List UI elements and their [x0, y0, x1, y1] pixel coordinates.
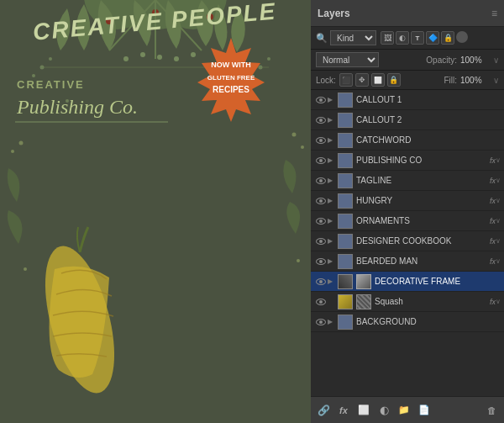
- layer-visibility-toggle[interactable]: [314, 93, 328, 107]
- new-fill-adjustment-button[interactable]: ◐: [376, 403, 391, 418]
- layer-visibility-toggle[interactable]: [314, 295, 328, 309]
- lock-filter-icon[interactable]: 🔒: [441, 31, 454, 45]
- layer-thumbnail: [338, 315, 353, 330]
- layer-expand-arrow[interactable]: ▶: [328, 177, 338, 184]
- layer-visibility-toggle[interactable]: [314, 194, 328, 208]
- blend-opacity-row: Normal Opacity: 100% ∨: [311, 50, 504, 71]
- layer-visibility-toggle[interactable]: [314, 275, 328, 288]
- layer-mask-thumbnail: [356, 294, 371, 309]
- fx-button[interactable]: fx: [336, 403, 351, 418]
- layer-expand-arrow[interactable]: ▶: [328, 278, 338, 285]
- layer-item[interactable]: ▶ ORNAMENTS fx ∨: [311, 211, 504, 231]
- layer-fx-badge: fx: [490, 217, 496, 225]
- layer-fx-badge: fx: [490, 156, 496, 165]
- layer-name: DECORATIVE FRAME: [375, 277, 501, 286]
- layer-item[interactable]: ▶ CALLOUT 1: [311, 90, 504, 110]
- layer-visibility-toggle[interactable]: [314, 235, 328, 248]
- layer-item[interactable]: ▶ CATCHWORD: [311, 130, 504, 151]
- layer-thumbnail: [338, 294, 353, 309]
- layer-expand-arrow[interactable]: ▶: [328, 116, 338, 124]
- layer-name: CATCHWORD: [356, 135, 501, 145]
- svg-point-17: [32, 74, 35, 77]
- layer-name: ORNAMENTS: [356, 216, 488, 225]
- svg-text:GLUTEN FREE: GLUTEN FREE: [207, 74, 255, 82]
- new-group-button[interactable]: 📁: [396, 403, 412, 418]
- layer-item[interactable]: ▶ TAGLINE fx ∨: [311, 171, 504, 191]
- svg-point-7: [174, 56, 179, 61]
- svg-point-38: [297, 259, 300, 262]
- opacity-label: Opacity:: [426, 56, 457, 65]
- layer-thumbnail: [338, 254, 353, 269]
- layer-item-squash[interactable]: ▶ Squash fx ∨: [311, 292, 504, 312]
- svg-point-36: [301, 145, 304, 149]
- panel-title: Layers: [318, 8, 350, 19]
- layer-item[interactable]: ▶ HUNGRY fx ∨: [311, 191, 504, 211]
- svg-point-5: [140, 52, 145, 57]
- layer-thumbnail: [338, 173, 353, 188]
- layer-thumbnail: [338, 193, 353, 209]
- lock-position-btn[interactable]: ✥: [355, 73, 369, 87]
- layer-expand-arrow[interactable]: ▶: [328, 217, 338, 225]
- layer-visibility-toggle[interactable]: [314, 154, 328, 167]
- layer-visibility-toggle[interactable]: [314, 174, 328, 188]
- svg-point-35: [292, 133, 297, 137]
- shape-filter-icon[interactable]: 🔷: [426, 31, 439, 45]
- layer-fx-arrow: ∨: [496, 217, 501, 225]
- panel-menu-button[interactable]: ≡: [491, 8, 497, 19]
- filter-toggle-circle[interactable]: [456, 31, 468, 43]
- layer-visibility-toggle[interactable]: [314, 255, 328, 268]
- delete-layer-button[interactable]: 🗑: [484, 403, 499, 418]
- layer-item[interactable]: ▶ DESIGNER COOKBOOK fx ∨: [311, 231, 504, 251]
- layer-name: HUNGRY: [356, 196, 488, 205]
- kind-filter-dropdown[interactable]: Kind: [330, 30, 376, 45]
- layers-list[interactable]: ▶ CALLOUT 1 ▶ CALLOUT 2 ▶ CATCHWORD: [311, 90, 504, 396]
- svg-text:CREATIVE: CREATIVE: [17, 78, 85, 91]
- layer-item-background[interactable]: ▶ BACKGROUND: [311, 312, 504, 332]
- text-filter-icon[interactable]: T: [411, 31, 424, 45]
- layer-item-decorative-frame[interactable]: ▶ DECORATIVE FRAME: [311, 272, 504, 292]
- layer-expand-arrow[interactable]: ▶: [328, 318, 338, 325]
- blend-mode-dropdown[interactable]: Normal: [316, 52, 379, 67]
- layer-thumbnail: [338, 133, 353, 148]
- layers-bottom-toolbar: 🔗 fx ⬜ ◐ 📁 📄 🗑: [311, 396, 504, 423]
- layer-fx-badge: fx: [490, 257, 496, 266]
- layer-expand-arrow[interactable]: ▶: [328, 257, 338, 265]
- search-icon: 🔍: [316, 33, 328, 44]
- lock-artboard-btn[interactable]: ⬜: [371, 73, 385, 87]
- lock-all-btn[interactable]: 🔒: [387, 73, 401, 87]
- lock-icons: ⬛ ✥ ⬜ 🔒: [339, 73, 401, 87]
- layer-mask-thumbnail: [356, 274, 371, 289]
- image-filter-icon[interactable]: 🖼: [381, 31, 394, 45]
- layer-expand-arrow[interactable]: ▶: [328, 237, 338, 245]
- layer-expand-arrow[interactable]: ▶: [328, 96, 338, 103]
- layer-expand-arrow[interactable]: ▶: [328, 197, 338, 204]
- layer-thumbnail: [338, 93, 353, 108]
- layer-name: BEARDED MAN: [356, 256, 488, 266]
- layer-visibility-toggle[interactable]: [314, 134, 328, 147]
- layer-name: DESIGNER COOKBOOK: [356, 236, 488, 246]
- layers-panel: Layers ≡ 🔍 Kind 🖼 ◐ T 🔷 🔒 Normal Opacity…: [311, 0, 504, 423]
- layer-item[interactable]: ▶ CALLOUT 2: [311, 110, 504, 130]
- svg-rect-0: [0, 0, 311, 423]
- layer-name: Squash: [375, 297, 488, 306]
- layer-visibility-toggle[interactable]: [314, 315, 328, 329]
- svg-point-33: [19, 141, 24, 145]
- layer-item[interactable]: ▶ BEARDED MAN fx ∨: [311, 251, 504, 272]
- layer-visibility-toggle[interactable]: [314, 214, 328, 228]
- fill-value: 100%: [460, 76, 490, 85]
- layer-expand-arrow[interactable]: ▶: [328, 136, 338, 144]
- layer-item[interactable]: ▶ PUBLISHING CO fx ∨: [311, 151, 504, 171]
- layer-fx-arrow: ∨: [496, 298, 501, 305]
- filter-row: 🔍 Kind 🖼 ◐ T 🔷 🔒: [311, 27, 504, 50]
- fill-label: Fill:: [444, 76, 457, 85]
- layer-expand-arrow[interactable]: ▶: [328, 156, 338, 164]
- new-layer-button[interactable]: 📄: [417, 403, 432, 418]
- filter-icons: 🖼 ◐ T 🔷 🔒: [381, 31, 468, 45]
- lock-pixels-btn[interactable]: ⬛: [339, 73, 353, 87]
- link-layers-button[interactable]: 🔗: [316, 403, 331, 418]
- layer-visibility-toggle[interactable]: [314, 114, 328, 127]
- add-mask-button[interactable]: ⬜: [356, 403, 371, 418]
- layer-name: PUBLISHING CO: [356, 156, 488, 165]
- layer-fx-arrow: ∨: [496, 197, 501, 204]
- adjustment-filter-icon[interactable]: ◐: [396, 31, 409, 45]
